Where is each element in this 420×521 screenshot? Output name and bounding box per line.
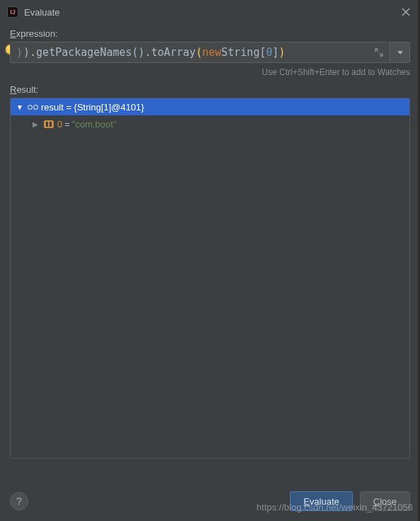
close-icon[interactable] [399, 5, 413, 19]
shortcut-hint: Use Ctrl+Shift+Enter to add to Watches [0, 63, 420, 84]
watch-icon [28, 105, 38, 110]
dialog-footer: ? Evaluate Close [0, 491, 420, 511]
expression-label: Expression: [0, 24, 420, 42]
result-root-node[interactable]: ▼ result = {String[1]@4101} [11, 98, 409, 115]
expand-icon[interactable] [374, 47, 384, 59]
app-icon: IJ [7, 6, 18, 18]
evaluate-button[interactable]: Evaluate [290, 491, 353, 511]
window-title: Evaluate [24, 7, 60, 18]
help-button[interactable]: ? [10, 492, 28, 510]
result-child-node[interactable]: ▶ 0 = "com.boot" [11, 115, 409, 132]
expand-arrow-icon[interactable]: ▶ [30, 120, 40, 128]
chevron-down-icon [397, 51, 403, 55]
result-label: Result: [0, 84, 420, 98]
collapse-arrow-icon[interactable]: ▼ [15, 103, 25, 111]
history-dropdown-button[interactable] [390, 42, 410, 63]
array-element-icon [44, 120, 54, 128]
expression-input[interactable]: )).getPackageNames().toArray(new String[… [10, 42, 390, 63]
result-panel: ▼ result = {String[1]@4101} ▶ 0 = "com.b… [10, 98, 410, 459]
close-button[interactable]: Close [360, 491, 410, 511]
titlebar: IJ Evaluate [0, 0, 420, 24]
